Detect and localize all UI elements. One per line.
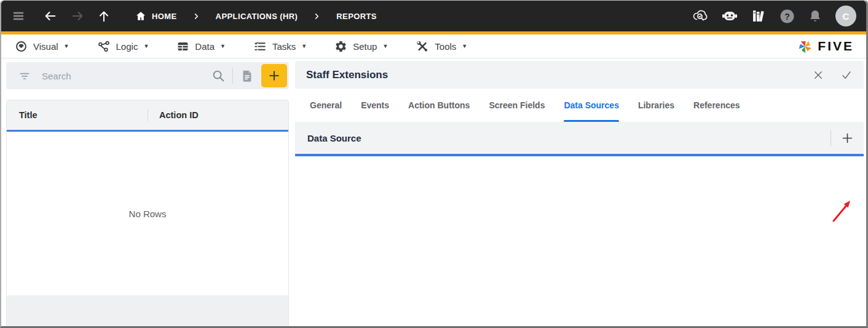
caret-down-icon: ▼ <box>143 43 149 49</box>
plus-icon <box>841 132 854 145</box>
tab-screen-fields[interactable]: Screen Fields <box>489 89 545 122</box>
column-header-action-id[interactable]: Action ID <box>148 110 199 120</box>
no-rows-message: No Rows <box>129 209 167 219</box>
tools-icon <box>416 40 429 53</box>
breadcrumb-home-label: HOME <box>152 12 177 21</box>
left-panel: Title Action ID No Rows <box>6 62 289 328</box>
right-panel: Staff Extensions General Events Action B… <box>295 61 864 328</box>
add-data-source-button[interactable] <box>841 132 854 145</box>
hamburger-menu-icon[interactable] <box>11 9 26 23</box>
library-books-icon[interactable] <box>751 8 767 24</box>
breadcrumb: HOME APPLICATIONS (HR) REPORTS <box>135 10 377 22</box>
caret-down-icon: ▼ <box>462 43 467 49</box>
cloud-inspect-icon[interactable] <box>692 8 709 24</box>
breadcrumb-applications[interactable]: APPLICATIONS (HR) <box>216 12 298 21</box>
form-header: Staff Extensions <box>295 61 864 89</box>
add-record-button[interactable] <box>261 64 287 87</box>
tab-events[interactable]: Events <box>361 89 389 122</box>
menu-setup[interactable]: Setup ▼ <box>334 40 388 53</box>
save-check-icon[interactable] <box>840 70 853 81</box>
breadcrumb-chevron-icon <box>314 13 320 20</box>
menu-tasks[interactable]: Tasks ▼ <box>253 40 307 53</box>
tab-libraries[interactable]: Libraries <box>638 89 674 122</box>
tab-action-buttons[interactable]: Action Buttons <box>408 89 470 122</box>
caret-down-icon: ▼ <box>64 43 69 49</box>
help-icon[interactable]: ? <box>779 9 795 24</box>
records-table: Title Action ID No Rows <box>6 100 289 328</box>
plus-icon <box>268 70 280 82</box>
svg-text:?: ? <box>784 11 790 21</box>
data-source-section-title: Data Source <box>307 133 361 143</box>
tasks-checklist-icon <box>253 40 267 53</box>
search-toolbar <box>6 62 289 89</box>
menu-logic[interactable]: Logic ▼ <box>97 40 149 53</box>
chatbot-icon[interactable] <box>722 9 738 23</box>
notifications-bell-icon[interactable] <box>808 9 823 23</box>
breadcrumb-reports[interactable]: REPORTS <box>336 12 377 21</box>
data-table-icon <box>176 40 189 53</box>
five-pinwheel-icon <box>797 38 813 55</box>
form-tabs: General Events Action Buttons Screen Fie… <box>295 89 864 122</box>
tab-data-sources[interactable]: Data Sources <box>564 89 618 122</box>
menu-data[interactable]: Data ▼ <box>176 40 226 53</box>
menu-visual[interactable]: Visual ▼ <box>15 40 69 53</box>
search-icon[interactable] <box>211 69 225 82</box>
caret-down-icon: ▼ <box>220 43 226 49</box>
tab-references[interactable]: References <box>693 89 740 122</box>
content-area: Title Action ID No Rows Staff Extensions <box>1 58 866 328</box>
section-divider <box>831 130 831 146</box>
logic-flow-icon <box>97 40 111 53</box>
tab-general[interactable]: General <box>310 89 342 122</box>
form-title: Staff Extensions <box>306 69 388 81</box>
table-body: No Rows <box>7 132 288 295</box>
five-logo: FIVE <box>797 38 854 55</box>
menu-bar: Visual ▼ Logic ▼ Data ▼ <box>1 34 866 58</box>
home-icon <box>135 10 146 22</box>
data-source-empty-body <box>295 156 864 328</box>
forward-arrow-icon[interactable] <box>71 9 85 23</box>
top-navigation-bar: HOME APPLICATIONS (HR) REPORTS <box>1 1 866 31</box>
topbar-right-icons: ? C <box>692 6 856 26</box>
table-footer <box>7 295 288 327</box>
caret-down-icon: ▼ <box>382 43 388 49</box>
breadcrumb-chevron-icon <box>193 13 200 20</box>
search-input[interactable] <box>42 71 211 81</box>
setup-gear-icon <box>334 40 347 53</box>
up-arrow-icon[interactable] <box>97 9 111 23</box>
filter-icon[interactable] <box>18 70 31 82</box>
breadcrumb-home[interactable]: HOME <box>135 10 177 22</box>
data-source-section-header: Data Source <box>295 122 864 154</box>
avatar-initial: C <box>843 11 850 22</box>
toolbar-divider <box>232 68 233 84</box>
app-window: HOME APPLICATIONS (HR) REPORTS <box>0 0 868 328</box>
cancel-icon[interactable] <box>813 70 824 81</box>
back-arrow-icon[interactable] <box>43 9 57 23</box>
caret-down-icon: ▼ <box>301 43 307 49</box>
document-icon[interactable] <box>240 68 254 83</box>
menu-tools[interactable]: Tools ▼ <box>416 40 467 53</box>
visual-eye-icon <box>15 40 28 53</box>
table-header: Title Action ID <box>7 100 288 130</box>
user-avatar[interactable]: C <box>835 6 856 26</box>
column-header-title[interactable]: Title <box>7 110 148 120</box>
five-logo-text: FIVE <box>818 39 854 54</box>
